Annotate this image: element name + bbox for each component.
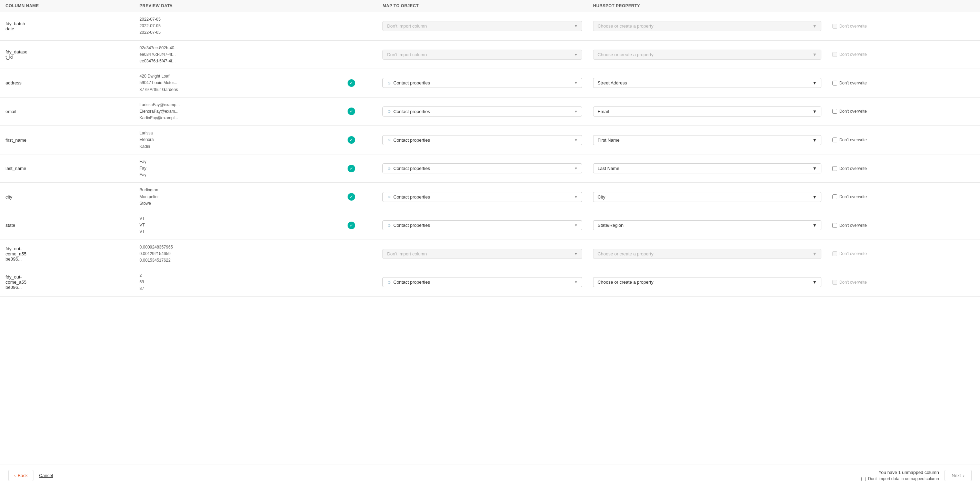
property-dropdown[interactable]: State/Region▼ xyxy=(593,220,821,230)
col-property-cell: State/Region▼ xyxy=(588,211,827,240)
object-dropdown[interactable]: ☺Contact properties▼ xyxy=(382,192,582,202)
footer-right: You have 1 unmapped column Don't import … xyxy=(861,470,972,481)
dropdown-arrow-icon: ▼ xyxy=(574,223,578,227)
preview-line: Kadin xyxy=(140,143,320,150)
preview-line: Larissa xyxy=(140,130,320,137)
col-name-cell: fdy_batch_ date xyxy=(0,12,134,41)
overwrite-label[interactable]: Don't overwrite xyxy=(832,81,974,86)
footer-left: ‹ Back Cancel xyxy=(8,470,53,481)
overwrite-label: Don't overwrite xyxy=(832,52,974,57)
dropdown-arrow-icon: ▼ xyxy=(574,138,578,142)
unmapped-checkbox-label[interactable]: Don't import data in unmapped column xyxy=(861,476,939,481)
property-dropdown[interactable]: Choose or create a property▼ xyxy=(593,277,821,287)
col-check-cell xyxy=(326,240,377,268)
object-dropdown[interactable]: ☺Contact properties▼ xyxy=(382,164,582,173)
page-wrapper: Column name Preview data Map to object H… xyxy=(0,0,980,486)
table-container: Column name Preview data Map to object H… xyxy=(0,0,980,297)
preview-line: 0.0009248357965 xyxy=(140,244,320,251)
overwrite-checkbox[interactable] xyxy=(832,138,837,142)
col-name-cell: email xyxy=(0,97,134,126)
cancel-button[interactable]: Cancel xyxy=(39,473,53,478)
back-label: Back xyxy=(18,473,28,478)
object-label: Contact properties xyxy=(393,138,430,143)
property-dropdown[interactable]: Last Name▼ xyxy=(593,164,821,173)
overwrite-text: Don't overwrite xyxy=(839,194,867,199)
next-button[interactable]: Next › xyxy=(945,470,972,481)
object-dropdown[interactable]: ☺Contact properties▼ xyxy=(382,135,582,145)
table-row: cityBurlingtonMontpelierStowe✓☺Contact p… xyxy=(0,183,980,211)
overwrite-text: Don't overwrite xyxy=(839,280,867,285)
preview-line: 2022-07-05 xyxy=(140,23,320,29)
property-dropdown-arrow-icon: ▼ xyxy=(812,251,817,256)
overwrite-text: Don't overwrite xyxy=(839,251,867,256)
overwrite-checkbox[interactable] xyxy=(832,194,837,199)
overwrite-label: Don't overwrite xyxy=(832,251,974,256)
overwrite-label[interactable]: Don't overwrite xyxy=(832,223,974,228)
overwrite-checkbox[interactable] xyxy=(832,109,837,114)
check-icon: ✓ xyxy=(348,165,355,172)
col-property-cell: Email▼ xyxy=(588,97,827,126)
col-name-cell: state xyxy=(0,211,134,240)
back-button[interactable]: ‹ Back xyxy=(8,470,33,481)
preview-line: Burlington xyxy=(140,187,320,193)
col-object-cell: Don't import column▼ xyxy=(377,12,588,41)
check-icon: ✓ xyxy=(348,193,355,201)
property-dropdown[interactable]: Email▼ xyxy=(593,106,821,116)
next-arrow-icon: › xyxy=(963,473,964,478)
check-icon: ✓ xyxy=(348,79,355,87)
preview-line: 0.001292154659 xyxy=(140,251,320,257)
dropdown-arrow-icon: ▼ xyxy=(574,280,578,284)
col-name-header: Column name xyxy=(0,0,134,12)
overwrite-label[interactable]: Don't overwrite xyxy=(832,109,974,114)
object-dropdown[interactable]: ☺Contact properties▼ xyxy=(382,78,582,88)
overwrite-label[interactable]: Don't overwrite xyxy=(832,194,974,199)
property-label: City xyxy=(598,194,605,200)
col-overwrite-cell: Don't overwrite xyxy=(827,211,980,240)
object-dropdown[interactable]: ☺Contact properties▼ xyxy=(382,220,582,230)
overwrite-checkbox[interactable] xyxy=(832,81,837,86)
object-dropdown: Don't import column▼ xyxy=(382,21,582,31)
col-property-cell: City▼ xyxy=(588,183,827,211)
col-property-cell: Choose or create a property▼ xyxy=(588,40,827,69)
col-check-header xyxy=(326,0,377,12)
property-label: Email xyxy=(598,109,609,114)
overwrite-checkbox[interactable] xyxy=(832,166,837,171)
col-preview-cell: 02a347ec-802b-40...ee03476d-5f47-4f...ee… xyxy=(134,40,326,69)
col-check-cell: ✓ xyxy=(326,97,377,126)
overwrite-label[interactable]: Don't overwrite xyxy=(832,166,974,171)
unmapped-checkbox[interactable] xyxy=(861,477,866,481)
property-dropdown[interactable]: Street Address▼ xyxy=(593,78,821,88)
property-dropdown[interactable]: First Name▼ xyxy=(593,135,821,145)
col-overwrite-cell: Don't overwrite xyxy=(827,12,980,41)
property-dropdown-arrow-icon: ▼ xyxy=(812,24,817,29)
col-object-cell: Don't import column▼ xyxy=(377,240,588,268)
object-label: Contact properties xyxy=(393,166,430,171)
object-dropdown[interactable]: ☺Contact properties▼ xyxy=(382,106,582,116)
col-name-cell: city xyxy=(0,183,134,211)
object-dropdown[interactable]: ☺Contact properties▼ xyxy=(382,277,582,287)
dropdown-arrow-icon: ▼ xyxy=(574,24,578,28)
col-preview-cell: 420 Dwight Loaf59047 Louie Motor...3779 … xyxy=(134,69,326,98)
property-label: Choose or create a property xyxy=(598,52,654,57)
col-property-cell: First Name▼ xyxy=(588,126,827,154)
overwrite-checkbox[interactable] xyxy=(832,223,837,228)
col-object-cell: ☺Contact properties▼ xyxy=(377,183,588,211)
overwrite-label: Don't overwrite xyxy=(832,280,974,285)
col-overwrite-cell: Don't overwrite xyxy=(827,97,980,126)
property-label: Choose or create a property xyxy=(598,280,654,285)
col-name-cell: fdy_out- come_a55 be096... xyxy=(0,240,134,268)
col-object-cell: ☺Contact properties▼ xyxy=(377,154,588,183)
property-dropdown[interactable]: City▼ xyxy=(593,192,821,202)
overwrite-text: Don't overwrite xyxy=(839,138,867,142)
col-overwrite-cell: Don't overwrite xyxy=(827,40,980,69)
col-name-cell: last_name xyxy=(0,154,134,183)
overwrite-label[interactable]: Don't overwrite xyxy=(832,138,974,142)
preview-line: 2 xyxy=(140,272,320,279)
table-row: fdy_out- come_a55 be096...26987☺Contact … xyxy=(0,268,980,297)
person-icon: ☺ xyxy=(387,166,391,171)
object-dropdown: Don't import column▼ xyxy=(382,50,582,60)
object-label: Don't import column xyxy=(387,251,426,256)
col-object-cell: Don't import column▼ xyxy=(377,40,588,69)
col-check-cell: ✓ xyxy=(326,126,377,154)
property-label: Last Name xyxy=(598,166,619,171)
